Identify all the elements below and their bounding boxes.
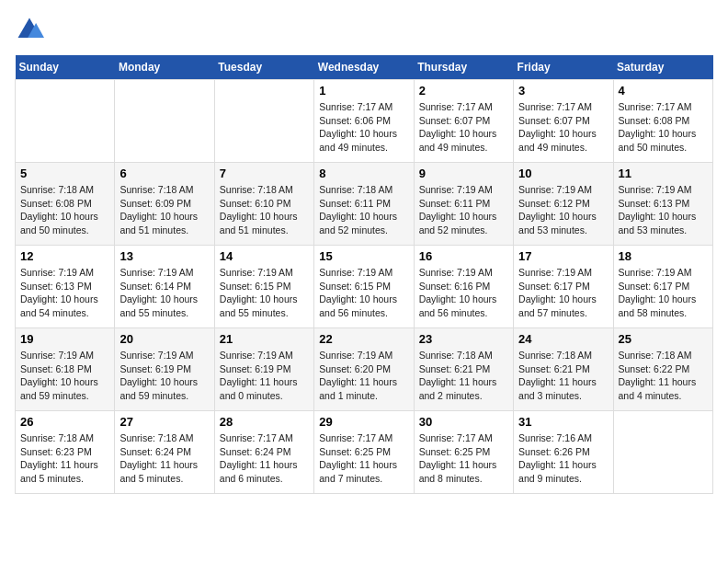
day-info: Sunrise: 7:16 AMSunset: 6:26 PMDaylight:… <box>518 432 597 484</box>
weekday-header-sunday: Sunday <box>16 55 115 80</box>
weekday-header-monday: Monday <box>115 55 214 80</box>
calendar-cell: 31 Sunrise: 7:16 AMSunset: 6:26 PMDaylig… <box>514 411 613 494</box>
day-number: 3 <box>518 84 608 98</box>
calendar-cell: 28 Sunrise: 7:17 AMSunset: 6:24 PMDaylig… <box>214 411 313 494</box>
calendar-cell: 23 Sunrise: 7:18 AMSunset: 6:21 PMDaylig… <box>414 328 513 411</box>
day-number: 26 <box>20 415 109 429</box>
day-number: 13 <box>119 249 209 263</box>
day-info: Sunrise: 7:19 AMSunset: 6:20 PMDaylight:… <box>319 350 397 401</box>
day-info: Sunrise: 7:19 AMSunset: 6:17 PMDaylight:… <box>518 267 597 318</box>
logo-icon <box>15 15 44 44</box>
day-number: 12 <box>20 249 109 263</box>
day-number: 29 <box>319 415 408 429</box>
calendar-cell: 20 Sunrise: 7:19 AMSunset: 6:19 PMDaylig… <box>115 328 214 411</box>
weekday-header-thursday: Thursday <box>414 55 513 80</box>
calendar-cell: 15 Sunrise: 7:19 AMSunset: 6:15 PMDaylig… <box>314 246 414 328</box>
day-number: 16 <box>419 249 508 263</box>
page-header <box>15 15 713 44</box>
day-number: 5 <box>20 167 109 180</box>
day-info: Sunrise: 7:18 AMSunset: 6:22 PMDaylight:… <box>619 350 697 401</box>
day-info: Sunrise: 7:17 AMSunset: 6:07 PMDaylight:… <box>518 101 597 153</box>
day-number: 22 <box>319 332 408 346</box>
day-info: Sunrise: 7:18 AMSunset: 6:24 PMDaylight:… <box>119 432 198 484</box>
day-info: Sunrise: 7:19 AMSunset: 6:16 PMDaylight:… <box>419 267 497 318</box>
calendar-cell: 12 Sunrise: 7:19 AMSunset: 6:13 PMDaylig… <box>16 246 115 328</box>
day-number: 30 <box>419 415 508 429</box>
calendar-cell: 7 Sunrise: 7:18 AMSunset: 6:10 PMDayligh… <box>214 163 313 246</box>
calendar-cell: 10 Sunrise: 7:19 AMSunset: 6:12 PMDaylig… <box>514 163 613 246</box>
day-info: Sunrise: 7:17 AMSunset: 6:25 PMDaylight:… <box>319 432 397 484</box>
day-number: 1 <box>319 84 408 98</box>
day-info: Sunrise: 7:19 AMSunset: 6:13 PMDaylight:… <box>619 184 697 236</box>
calendar-cell: 5 Sunrise: 7:18 AMSunset: 6:08 PMDayligh… <box>16 163 115 246</box>
day-info: Sunrise: 7:19 AMSunset: 6:17 PMDaylight:… <box>619 267 697 318</box>
calendar-cell: 4 Sunrise: 7:17 AMSunset: 6:08 PMDayligh… <box>613 80 712 163</box>
weekday-header-tuesday: Tuesday <box>214 55 313 80</box>
day-info: Sunrise: 7:19 AMSunset: 6:14 PMDaylight:… <box>119 267 198 318</box>
day-info: Sunrise: 7:19 AMSunset: 6:12 PMDaylight:… <box>518 184 597 236</box>
calendar-cell: 27 Sunrise: 7:18 AMSunset: 6:24 PMDaylig… <box>115 411 214 494</box>
calendar-cell: 21 Sunrise: 7:19 AMSunset: 6:19 PMDaylig… <box>214 328 313 411</box>
calendar-cell: 2 Sunrise: 7:17 AMSunset: 6:07 PMDayligh… <box>414 80 513 163</box>
day-info: Sunrise: 7:18 AMSunset: 6:10 PMDaylight:… <box>220 184 298 236</box>
calendar-cell: 17 Sunrise: 7:19 AMSunset: 6:17 PMDaylig… <box>514 246 613 328</box>
day-number: 21 <box>220 332 309 346</box>
day-number: 24 <box>518 332 608 346</box>
day-number: 8 <box>319 167 408 180</box>
calendar-cell: 16 Sunrise: 7:19 AMSunset: 6:16 PMDaylig… <box>414 246 513 328</box>
day-number: 6 <box>119 167 209 180</box>
day-info: Sunrise: 7:19 AMSunset: 6:18 PMDaylight:… <box>20 350 98 401</box>
calendar-cell: 26 Sunrise: 7:18 AMSunset: 6:23 PMDaylig… <box>16 411 115 494</box>
calendar-cell: 25 Sunrise: 7:18 AMSunset: 6:22 PMDaylig… <box>613 328 712 411</box>
day-info: Sunrise: 7:19 AMSunset: 6:13 PMDaylight:… <box>20 267 98 318</box>
calendar-cell <box>613 411 712 494</box>
day-info: Sunrise: 7:17 AMSunset: 6:25 PMDaylight:… <box>419 432 497 484</box>
calendar-cell: 14 Sunrise: 7:19 AMSunset: 6:15 PMDaylig… <box>214 246 313 328</box>
day-number: 17 <box>518 249 608 263</box>
calendar-table: SundayMondayTuesdayWednesdayThursdayFrid… <box>15 55 713 494</box>
calendar-cell: 18 Sunrise: 7:19 AMSunset: 6:17 PMDaylig… <box>613 246 712 328</box>
calendar-week-row: 1 Sunrise: 7:17 AMSunset: 6:06 PMDayligh… <box>16 80 713 163</box>
day-number: 23 <box>419 332 508 346</box>
calendar-cell: 24 Sunrise: 7:18 AMSunset: 6:21 PMDaylig… <box>514 328 613 411</box>
calendar-cell <box>115 80 214 163</box>
calendar-cell: 22 Sunrise: 7:19 AMSunset: 6:20 PMDaylig… <box>314 328 414 411</box>
day-number: 19 <box>20 332 109 346</box>
calendar-cell: 30 Sunrise: 7:17 AMSunset: 6:25 PMDaylig… <box>414 411 513 494</box>
day-number: 7 <box>220 167 309 180</box>
calendar-week-row: 19 Sunrise: 7:19 AMSunset: 6:18 PMDaylig… <box>16 328 713 411</box>
day-info: Sunrise: 7:17 AMSunset: 6:07 PMDaylight:… <box>419 101 497 153</box>
day-number: 27 <box>119 415 209 429</box>
weekday-header-friday: Friday <box>514 55 613 80</box>
calendar-cell: 29 Sunrise: 7:17 AMSunset: 6:25 PMDaylig… <box>314 411 414 494</box>
day-info: Sunrise: 7:19 AMSunset: 6:19 PMDaylight:… <box>119 350 198 401</box>
day-info: Sunrise: 7:17 AMSunset: 6:24 PMDaylight:… <box>220 432 298 484</box>
day-info: Sunrise: 7:17 AMSunset: 6:06 PMDaylight:… <box>319 101 397 153</box>
weekday-header-row: SundayMondayTuesdayWednesdayThursdayFrid… <box>16 55 713 80</box>
day-number: 2 <box>419 84 508 98</box>
day-info: Sunrise: 7:18 AMSunset: 6:09 PMDaylight:… <box>119 184 198 236</box>
weekday-header-saturday: Saturday <box>613 55 712 80</box>
calendar-week-row: 26 Sunrise: 7:18 AMSunset: 6:23 PMDaylig… <box>16 411 713 494</box>
day-number: 31 <box>518 415 608 429</box>
day-number: 10 <box>518 167 608 180</box>
calendar-cell: 3 Sunrise: 7:17 AMSunset: 6:07 PMDayligh… <box>514 80 613 163</box>
calendar-cell: 1 Sunrise: 7:17 AMSunset: 6:06 PMDayligh… <box>314 80 414 163</box>
day-info: Sunrise: 7:17 AMSunset: 6:08 PMDaylight:… <box>619 101 697 153</box>
day-number: 9 <box>419 167 508 180</box>
day-number: 28 <box>220 415 309 429</box>
calendar-cell: 19 Sunrise: 7:19 AMSunset: 6:18 PMDaylig… <box>16 328 115 411</box>
day-info: Sunrise: 7:18 AMSunset: 6:08 PMDaylight:… <box>20 184 98 236</box>
weekday-header-wednesday: Wednesday <box>314 55 414 80</box>
day-info: Sunrise: 7:18 AMSunset: 6:23 PMDaylight:… <box>20 432 98 484</box>
calendar-week-row: 5 Sunrise: 7:18 AMSunset: 6:08 PMDayligh… <box>16 163 713 246</box>
calendar-cell <box>16 80 115 163</box>
calendar-week-row: 12 Sunrise: 7:19 AMSunset: 6:13 PMDaylig… <box>16 246 713 328</box>
day-info: Sunrise: 7:19 AMSunset: 6:15 PMDaylight:… <box>220 267 298 318</box>
day-number: 25 <box>619 332 708 346</box>
day-info: Sunrise: 7:18 AMSunset: 6:21 PMDaylight:… <box>419 350 497 401</box>
day-number: 15 <box>319 249 408 263</box>
calendar-cell: 6 Sunrise: 7:18 AMSunset: 6:09 PMDayligh… <box>115 163 214 246</box>
calendar-cell <box>214 80 313 163</box>
day-info: Sunrise: 7:18 AMSunset: 6:21 PMDaylight:… <box>518 350 597 401</box>
